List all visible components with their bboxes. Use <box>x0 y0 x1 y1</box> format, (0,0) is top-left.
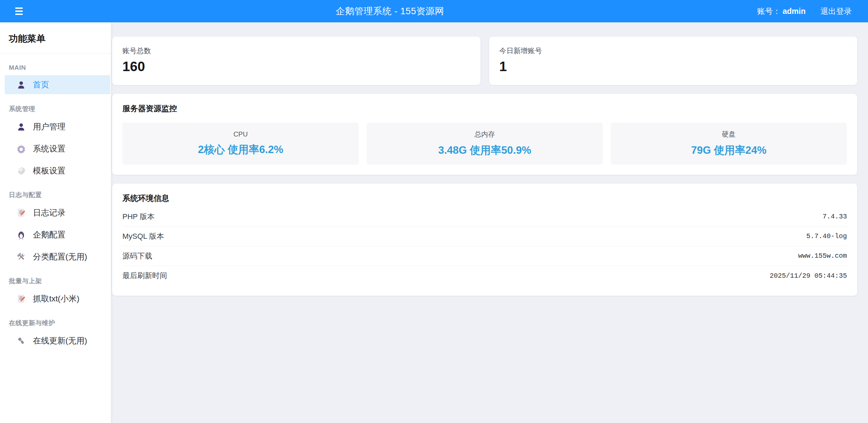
sidebar-item-label: 抓取txt(小米) <box>33 293 79 304</box>
penguin-icon <box>16 230 26 240</box>
stat-value: 1 <box>499 59 847 74</box>
bolt-icon <box>16 336 26 346</box>
section-label-main: MAIN <box>9 64 102 71</box>
system-info-table: PHP 版本 7.4.33 MySQL 版本 5.7.40-log 源码下载 w… <box>122 207 847 285</box>
sidebar-item-user-management[interactable]: 用户管理 <box>5 117 110 136</box>
memo-icon <box>16 294 26 304</box>
sidebar-item-grab-txt[interactable]: 抓取txt(小米) <box>5 289 110 308</box>
sidebar-item-penguin-config[interactable]: 企鹅配置 <box>5 225 110 244</box>
sidebar-item-label: 用户管理 <box>33 121 65 132</box>
info-value: 7.4.33 <box>823 213 847 220</box>
sidebar-item-online-update[interactable]: 在线更新(无用) <box>5 331 110 350</box>
info-label: MySQL 版本 <box>122 231 164 241</box>
sidebar-item-label: 企鹅配置 <box>33 229 65 240</box>
sidebar-item-system-settings[interactable]: 系统设置 <box>5 139 110 158</box>
sidebar-item-label: 模板设置 <box>33 165 65 176</box>
server-monitor-panel: 服务器资源监控 CPU 2核心 使用率6.2% 总内存 3.48G 使用率50.… <box>112 94 857 175</box>
server-monitor-title: 服务器资源监控 <box>122 103 847 114</box>
tools-icon <box>16 252 26 262</box>
account-info: 账号：admin <box>757 6 806 17</box>
stat-card-total-accounts: 账号总数 160 <box>112 37 480 85</box>
info-label: 最后刷新时间 <box>122 271 167 281</box>
table-row-last-refresh: 最后刷新时间 2025/11/29 05:44:35 <box>122 266 847 285</box>
main-content: 账号总数 160 今日新增账号 1 服务器资源监控 CPU 2核心 使用率6.2… <box>111 22 868 423</box>
section-label-update: 在线更新与维护 <box>9 319 102 327</box>
user-icon <box>16 80 26 90</box>
table-row-source-download: 源码下载 www.155w.com <box>122 246 847 266</box>
app-title: 企鹅管理系统 - 155资源网 <box>23 5 757 17</box>
stat-card-new-accounts-today: 今日新增账号 1 <box>489 37 857 85</box>
info-label: 源码下载 <box>122 251 152 261</box>
user-icon <box>16 122 26 132</box>
menu-toggle-icon[interactable] <box>15 7 23 15</box>
table-row-mysql-version: MySQL 版本 5.7.40-log <box>122 227 847 246</box>
info-value: www.155w.com <box>798 252 847 260</box>
sidebar-item-label: 首页 <box>33 79 49 90</box>
metric-card-memory: 总内存 3.48G 使用率50.9% <box>367 123 603 165</box>
info-value: 5.7.40-log <box>806 232 847 240</box>
metric-label: CPU <box>233 130 248 138</box>
sidebar-item-category-config[interactable]: 分类配置(无用) <box>5 247 110 266</box>
table-row-php-version: PHP 版本 7.4.33 <box>122 207 847 227</box>
sidebar-title: 功能菜单 <box>0 22 111 54</box>
section-label-batch: 批量与上架 <box>9 277 102 285</box>
logout-button[interactable]: 退出登录 <box>821 6 852 17</box>
metric-label: 总内存 <box>475 130 495 139</box>
sidebar-item-template-settings[interactable]: 模板设置 <box>5 161 110 180</box>
stat-label: 今日新增账号 <box>499 46 847 56</box>
sidebar-item-log-records[interactable]: 日志记录 <box>5 203 110 222</box>
memo-icon <box>16 208 26 218</box>
sidebar: 功能菜单 MAIN 首页 系统管理 用户管理 系统设置 模板设置 <box>0 22 111 423</box>
sidebar-item-label: 日志记录 <box>33 207 65 218</box>
stat-label: 账号总数 <box>122 46 470 56</box>
metric-value: 2核心 使用率6.2% <box>198 143 283 157</box>
sidebar-item-label: 在线更新(无用) <box>33 335 87 346</box>
metric-label: 硬盘 <box>722 130 736 139</box>
gear-icon <box>16 144 26 154</box>
top-header: 企鹅管理系统 - 155资源网 账号：admin 退出登录 <box>0 0 868 22</box>
system-info-title: 系统环境信息 <box>122 193 847 204</box>
sidebar-item-home[interactable]: 首页 <box>5 75 110 94</box>
section-label-system: 系统管理 <box>9 105 102 113</box>
template-icon <box>16 166 26 176</box>
sidebar-item-label: 分类配置(无用) <box>33 251 87 262</box>
stat-value: 160 <box>122 59 470 74</box>
metric-value: 3.48G 使用率50.9% <box>438 143 531 157</box>
info-value: 2025/11/29 05:44:35 <box>770 272 847 280</box>
account-area: 账号：admin 退出登录 <box>757 6 852 17</box>
account-username: admin <box>783 7 806 16</box>
section-label-logs-config: 日志与配置 <box>9 191 102 199</box>
info-label: PHP 版本 <box>122 212 155 222</box>
sidebar-item-label: 系统设置 <box>33 143 65 154</box>
system-info-panel: 系统环境信息 PHP 版本 7.4.33 MySQL 版本 5.7.40-log… <box>112 184 857 296</box>
metric-value: 79G 使用率24% <box>691 143 766 157</box>
metric-card-cpu: CPU 2核心 使用率6.2% <box>122 123 359 165</box>
metric-card-disk: 硬盘 79G 使用率24% <box>611 123 847 165</box>
